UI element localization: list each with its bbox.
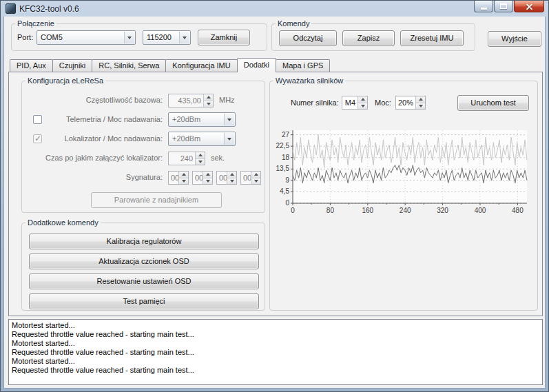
spin-value: 00 — [241, 172, 251, 184]
titlebar[interactable]: KFC32-tool v0.6 — [3, 1, 546, 17]
spin-arrows[interactable] — [227, 172, 236, 184]
commands-caption: Komendy — [276, 19, 311, 28]
spin-down-icon[interactable] — [251, 178, 260, 185]
svg-text:18: 18 — [282, 154, 290, 161]
spin-value: M4 — [342, 96, 358, 109]
spin-arrows[interactable] — [203, 94, 213, 107]
baud-combobox[interactable]: 115200 — [143, 30, 191, 45]
telemetry-power-value: +20dBm — [172, 115, 200, 123]
log-line: Motortest started... — [12, 339, 539, 348]
spin-arrows[interactable] — [178, 172, 188, 184]
spin-down-icon[interactable] — [358, 103, 367, 110]
extra-cmd-button-3[interactable]: Resetowanie ustawień OSD — [29, 274, 259, 289]
freq-label: Częstotliwość bazowa: — [28, 96, 163, 104]
telemetry-label: Telemetria / Moc nadawania: — [28, 115, 163, 123]
chevron-down-icon[interactable] — [224, 133, 234, 145]
log-line: Motortest started... — [12, 321, 539, 330]
balancer-group: Wyważarka silników Numer silnika: M4 Moc… — [269, 76, 538, 311]
spin-arrows[interactable] — [195, 152, 205, 165]
minimize-button[interactable] — [474, 1, 493, 12]
extra-cmd-button-4[interactable]: Test pamięci — [29, 293, 259, 309]
locator-time-label: Czas po jakim załączyć lokalizator: — [28, 154, 163, 162]
disconnect-button[interactable]: Zamknij — [198, 30, 250, 45]
signature-spinners: 00000000 — [168, 171, 261, 185]
motor-chart: 2722,51813,594,50080160240320400480 — [273, 126, 534, 217]
chevron-down-icon[interactable] — [124, 32, 134, 43]
reset-imu-button[interactable]: Zresetuj IMU — [400, 30, 464, 46]
caption-buttons — [474, 1, 544, 12]
connection-caption: Połączenie — [15, 19, 56, 28]
eleres-caption: Konfiguracja eLeReSa — [25, 76, 105, 85]
svg-text:22,5: 22,5 — [276, 142, 290, 149]
spin-up-icon[interactable] — [179, 172, 188, 178]
spin-arrows[interactable] — [415, 96, 425, 109]
tab-czujniki[interactable]: Czujniki — [52, 59, 93, 72]
svg-text:80: 80 — [327, 207, 335, 214]
locator-label: Lokalizator / Moc nadawania: — [28, 134, 163, 143]
spin-up-icon[interactable] — [416, 96, 425, 103]
maximize-icon — [500, 3, 507, 9]
read-button[interactable]: Odczytaj — [279, 30, 337, 46]
spin-value: 00 — [193, 172, 203, 184]
log-line: Motortest started... — [12, 357, 539, 366]
close-button[interactable] — [514, 1, 544, 12]
locator-time-spinner[interactable]: 240 — [168, 152, 205, 165]
svg-text:480: 480 — [512, 207, 524, 214]
start-test-button[interactable]: Uruchom test — [457, 95, 529, 111]
app-window: KFC32-tool v0.6 Połączenie Port: COM5 11… — [0, 0, 549, 392]
locator-power-combobox[interactable]: +20dBm — [168, 132, 236, 146]
tab-panel-dodatki: Konfiguracja eLeReSa Częstotliwość bazow… — [8, 72, 543, 316]
spin-down-icon[interactable] — [179, 178, 188, 185]
tab-dodatki[interactable]: Dodatki — [237, 58, 276, 72]
freq-spinner[interactable]: 435,00 — [168, 94, 214, 107]
log-area[interactable]: Motortest started...Requested throttle v… — [8, 319, 543, 385]
spin-up-icon[interactable] — [204, 94, 213, 101]
spin-up-icon[interactable] — [203, 172, 212, 178]
chevron-down-icon[interactable] — [179, 32, 189, 43]
baud-combobox-value: 115200 — [147, 33, 172, 41]
spin-value: 240 — [169, 152, 195, 165]
exit-button[interactable]: Wyjście — [488, 31, 541, 47]
maximize-button[interactable] — [494, 1, 513, 12]
spin-arrows[interactable] — [358, 96, 367, 109]
spin-down-icon[interactable] — [227, 178, 236, 185]
spin-up-icon[interactable] — [358, 96, 367, 103]
svg-text:9: 9 — [285, 176, 289, 184]
pair-transmitter-button[interactable]: Parowanie z nadajnikiem — [91, 192, 222, 208]
svg-text:400: 400 — [475, 207, 486, 214]
spin-up-icon[interactable] — [227, 172, 236, 178]
locator-power-value: +20dBm — [172, 134, 200, 143]
spin-down-icon[interactable] — [204, 101, 213, 107]
tab-konfiguracja-imu[interactable]: Konfiguracja IMU — [165, 59, 237, 72]
svg-text:0: 0 — [285, 199, 289, 207]
extra-cmd-button-2[interactable]: Aktualizacja czcionek OSD — [29, 254, 259, 269]
port-combobox[interactable]: COM5 — [37, 30, 136, 45]
client-area: Połączenie Port: COM5 115200 Zamknij Kom… — [3, 17, 546, 389]
spin-arrows[interactable] — [203, 172, 212, 184]
motor-number-spinner[interactable]: M4 — [342, 96, 368, 110]
signature-spinner-1[interactable]: 00 — [168, 171, 189, 185]
telemetry-power-combobox[interactable]: +20dBm — [168, 112, 236, 127]
signature-spinner-4[interactable]: 00 — [240, 171, 261, 185]
tab-rc-silniki-serwa[interactable]: RC, Silniki, Serwa — [92, 59, 166, 72]
tab-pid-aux[interactable]: PID, Aux — [10, 59, 53, 72]
extra-cmd-button-1[interactable]: Kalibracja regulatorów — [29, 234, 259, 249]
minimize-icon — [481, 8, 487, 10]
spin-up-icon[interactable] — [196, 152, 205, 159]
balancer-caption: Wyważarka silników — [273, 76, 345, 85]
spin-down-icon[interactable] — [196, 159, 205, 165]
signature-spinner-3[interactable]: 00 — [216, 171, 237, 185]
save-button[interactable]: Zapisz — [342, 30, 395, 46]
power-spinner[interactable]: 20% — [395, 96, 426, 110]
chevron-down-icon[interactable] — [224, 114, 234, 125]
extra-commands-caption: Dodatkowe komendy — [25, 218, 101, 227]
log-line: Requested throttle value reached - start… — [12, 366, 539, 375]
spin-down-icon[interactable] — [203, 178, 212, 185]
spin-arrows[interactable] — [251, 172, 260, 184]
spin-value: 20% — [396, 96, 415, 109]
spin-up-icon[interactable] — [251, 172, 260, 178]
spin-down-icon[interactable] — [416, 103, 425, 110]
tab-mapa-i-gps[interactable]: Mapa i GPS — [276, 59, 330, 72]
signature-spinner-2[interactable]: 00 — [192, 171, 213, 185]
window-title: KFC32-tool v0.6 — [19, 4, 79, 14]
